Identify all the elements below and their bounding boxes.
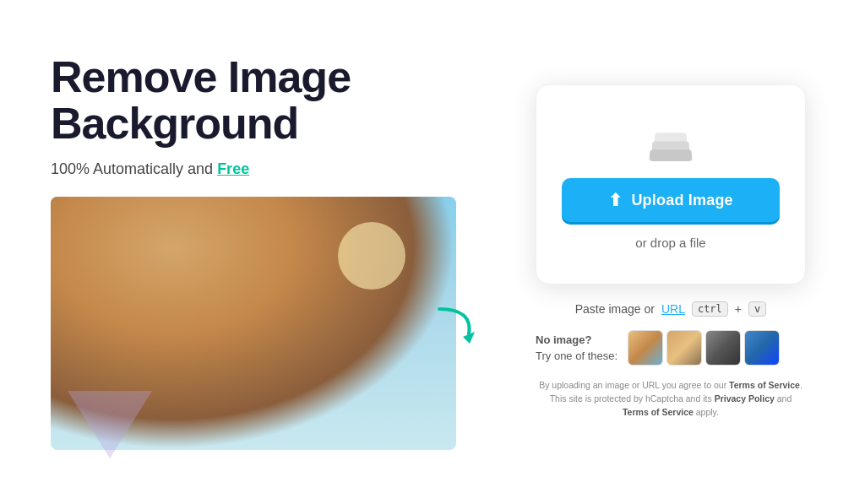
ctrl-key: ctrl <box>692 301 728 317</box>
circle-decoration <box>338 222 405 290</box>
sample-row: No image? Try one of these: <box>536 330 806 366</box>
url-link[interactable]: URL <box>661 302 685 316</box>
paste-bar: Paste image or URL ctrl + v <box>575 301 767 317</box>
upload-icon: ⬆ <box>608 190 623 210</box>
privacy-policy-link[interactable]: Privacy Policy <box>715 393 775 404</box>
legal-text: By uploading an image or URL you agree t… <box>536 379 806 419</box>
free-label: Free <box>217 160 249 177</box>
sample-thumbs <box>628 330 780 366</box>
terms-of-service-link-2[interactable]: Terms of Service <box>623 407 694 417</box>
sample-thumb-3[interactable] <box>705 330 741 366</box>
no-image-text: No image? Try one of these: <box>536 332 617 365</box>
sample-thumb-1[interactable] <box>628 330 663 366</box>
no-image-line2: Try one of these: <box>536 350 617 362</box>
sample-thumb-4[interactable] <box>744 330 780 366</box>
upload-button[interactable]: ⬆ Upload Image <box>562 178 780 222</box>
hero-image-container <box>51 197 456 450</box>
arrow-decoration <box>431 296 481 350</box>
page-title: Remove Image Background <box>51 54 493 146</box>
plus-label: + <box>735 302 742 316</box>
terms-of-service-link[interactable]: Terms of Service <box>729 380 800 390</box>
layers-icon <box>647 119 694 161</box>
paste-text: Paste image or <box>575 302 655 316</box>
right-section: ⬆ Upload Image or drop a file Paste imag… <box>527 84 814 419</box>
upload-card: ⬆ Upload Image or drop a file <box>536 84 806 285</box>
no-image-line1: No image? <box>536 333 591 346</box>
sample-thumb-2[interactable] <box>666 330 702 366</box>
layer-bottom <box>649 150 692 162</box>
drop-text: or drop a file <box>635 236 705 250</box>
subtitle-prefix: 100% Automatically and <box>51 160 217 177</box>
left-section: Remove Image Background 100% Automatical… <box>51 54 493 449</box>
page-wrapper: Remove Image Background 100% Automatical… <box>0 0 865 504</box>
subtitle: 100% Automatically and Free <box>51 160 493 178</box>
title-text: Remove Image Background <box>51 52 351 148</box>
v-key: v <box>748 301 766 317</box>
upload-button-label: Upload Image <box>631 192 732 209</box>
triangle-decoration <box>68 391 152 458</box>
